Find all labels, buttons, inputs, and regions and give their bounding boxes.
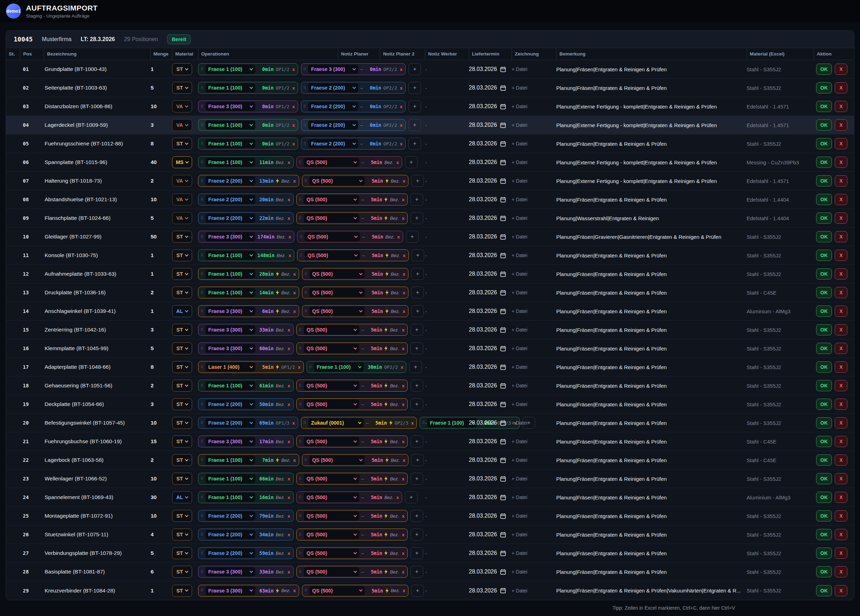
add-operation-button[interactable]: + (411, 435, 423, 448)
drag-handle-icon[interactable]: ⠿ (201, 402, 203, 407)
remove-operation-icon[interactable]: x (287, 532, 290, 537)
delivery-date-cell[interactable]: 28.03.2026 (469, 271, 512, 277)
remove-operation-icon[interactable]: x (287, 160, 290, 165)
add-operation-button[interactable]: + (411, 268, 424, 280)
remove-operation-icon[interactable]: x (287, 569, 290, 575)
ok-button[interactable]: OK (816, 119, 832, 130)
drag-handle-icon[interactable]: ⠿ (299, 551, 302, 556)
delivery-date-cell[interactable]: 28.03.2026 (469, 345, 512, 352)
remove-operation-icon[interactable]: x (293, 290, 296, 295)
drag-handle-icon[interactable]: ⠿ (304, 588, 307, 593)
add-drawing-file-button[interactable]: + Datei (512, 420, 556, 426)
remove-operation-icon[interactable]: x (292, 104, 295, 109)
ok-button[interactable]: OK (816, 361, 832, 372)
add-drawing-file-button[interactable]: + Datei (512, 308, 556, 314)
add-operation-button[interactable]: + (411, 175, 424, 187)
drag-handle-icon[interactable]: ⠿ (201, 141, 203, 146)
operation-select[interactable]: Fraese 3 (300) (206, 102, 255, 111)
operation-select[interactable]: Fraese 2 (200) (206, 214, 255, 223)
operation-select[interactable]: QS (500) (309, 306, 365, 316)
ok-button[interactable]: OK (816, 306, 832, 317)
drag-handle-icon[interactable]: ⠿ (303, 421, 306, 425)
remove-operation-icon[interactable]: x (289, 253, 292, 258)
add-operation-button[interactable]: + (411, 343, 423, 354)
delete-button[interactable]: X (835, 306, 847, 317)
operation-select[interactable]: Fraese 2 (200) (206, 400, 255, 409)
operation-select[interactable]: QS (500) (304, 400, 359, 409)
material-select[interactable]: ST (172, 585, 192, 597)
add-operation-button[interactable]: + (411, 305, 424, 317)
delivery-date-cell[interactable]: 28.03.2026 (469, 364, 512, 370)
add-drawing-file-button[interactable]: + Datei (512, 159, 556, 165)
drag-handle-icon[interactable]: ⠿ (201, 383, 203, 388)
material-select[interactable]: MS (172, 156, 192, 168)
operation-select[interactable]: QS (500) (304, 195, 359, 204)
operation-select[interactable]: Fraese 1 (100) (206, 474, 255, 483)
operation-select[interactable]: Fraese 2 (200) (206, 176, 255, 185)
delete-button[interactable]: X (835, 547, 847, 559)
material-select[interactable]: ST (172, 473, 192, 485)
add-drawing-file-button[interactable]: + Datei (512, 327, 556, 333)
delivery-date-cell[interactable]: 28.03.2026 (469, 588, 512, 594)
drag-handle-icon[interactable]: ⠿ (299, 533, 302, 537)
remove-operation-icon[interactable]: x (287, 383, 290, 388)
operation-select[interactable]: Zukauf (0001) (308, 418, 364, 427)
delivery-date-cell[interactable]: 28.03.2026 (469, 234, 512, 240)
remove-operation-icon[interactable]: x (402, 346, 405, 351)
drag-handle-icon[interactable]: ⠿ (309, 365, 312, 369)
remove-operation-icon[interactable]: x (400, 67, 403, 72)
operation-select[interactable]: Fraese 3 (300) (308, 64, 358, 74)
remove-operation-icon[interactable]: x (402, 402, 405, 407)
operation-select[interactable]: Fraese 3 (300) (206, 437, 255, 446)
ok-button[interactable]: OK (816, 157, 832, 168)
add-drawing-file-button[interactable]: + Datei (512, 215, 556, 221)
drag-handle-icon[interactable]: ⠿ (299, 383, 302, 388)
operation-select[interactable]: Fraese 1 (100) (314, 363, 364, 372)
operation-select[interactable]: QS (500) (309, 288, 365, 297)
operation-select[interactable]: QS (500) (309, 269, 365, 278)
drag-handle-icon[interactable]: ⠿ (304, 291, 307, 295)
delete-button[interactable]: X (835, 157, 847, 168)
remove-operation-icon[interactable]: x (289, 234, 292, 239)
delete-button[interactable]: X (835, 194, 847, 205)
remove-operation-icon[interactable]: x (403, 309, 406, 314)
add-drawing-file-button[interactable]: + Datei (512, 141, 556, 146)
material-select[interactable]: ST (172, 268, 192, 280)
operation-select[interactable]: Fraese 2 (200) (206, 548, 255, 558)
remove-operation-icon[interactable]: x (292, 123, 295, 128)
delete-button[interactable]: X (835, 138, 847, 149)
operation-select[interactable]: Fraese 3 (300) (206, 325, 255, 334)
operation-select[interactable]: QS (500) (304, 158, 359, 167)
remove-operation-icon[interactable]: x (287, 402, 290, 407)
delivery-date-cell[interactable]: 28.03.2026 (469, 531, 512, 538)
delivery-date-cell[interactable]: 28.03.2026 (469, 438, 512, 445)
add-operation-button[interactable]: + (408, 119, 421, 131)
ok-button[interactable]: OK (816, 82, 832, 93)
material-select[interactable]: ST (172, 510, 192, 522)
add-operation-button[interactable]: + (408, 101, 421, 112)
add-operation-button[interactable]: + (408, 138, 421, 149)
operation-select[interactable]: Fraese 3 (300) (206, 344, 255, 353)
drag-handle-icon[interactable]: ⠿ (201, 458, 203, 462)
operation-select[interactable]: Fraese 2 (200) (206, 511, 255, 520)
drag-handle-icon[interactable]: ⠿ (201, 309, 203, 314)
add-operation-button[interactable]: + (411, 324, 423, 336)
add-drawing-file-button[interactable]: + Datei (512, 346, 556, 351)
material-select[interactable]: ST (172, 287, 192, 299)
remove-operation-icon[interactable]: x (402, 569, 405, 575)
operation-select[interactable]: Fraese 2 (200) (206, 195, 255, 204)
drag-handle-icon[interactable]: ⠿ (201, 346, 203, 351)
operation-select[interactable]: Fraese 1 (100) (206, 251, 255, 260)
remove-operation-icon[interactable]: x (402, 551, 405, 556)
delete-button[interactable]: X (835, 268, 847, 280)
operation-select[interactable]: Fraese 1 (100) (206, 456, 255, 465)
drag-handle-icon[interactable]: ⠿ (201, 160, 203, 165)
drag-handle-icon[interactable]: ⠿ (201, 421, 203, 425)
delete-button[interactable]: X (835, 231, 847, 242)
delivery-date-cell[interactable]: 28.03.2026 (469, 140, 512, 147)
remove-operation-icon[interactable]: x (287, 476, 290, 481)
delivery-date-cell[interactable]: 28.03.2026 (469, 476, 512, 482)
operation-select[interactable]: QS (500) (309, 586, 365, 595)
remove-operation-icon[interactable]: x (403, 253, 406, 258)
material-select[interactable]: ST (172, 417, 192, 429)
